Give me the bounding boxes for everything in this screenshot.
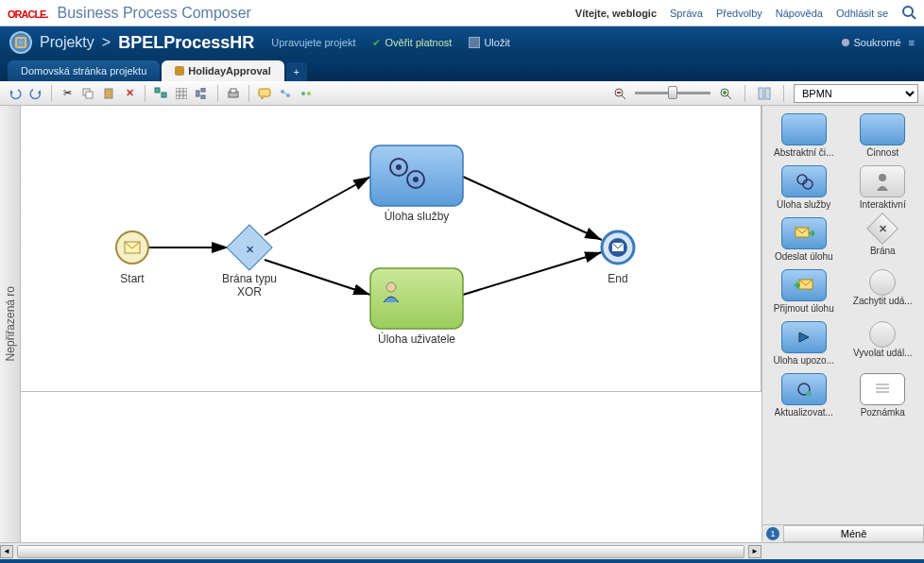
palette-interactive[interactable]: Interaktivní — [844, 162, 923, 213]
zoom-in-button[interactable] — [716, 84, 735, 103]
palette-abstract-activity[interactable]: Abstraktní či... — [764, 110, 844, 162]
link-preferences[interactable]: Předvolby — [716, 8, 762, 19]
zoom-out-button[interactable] — [610, 84, 629, 103]
comment-button[interactable] — [255, 84, 274, 103]
footer-bar — [0, 559, 924, 563]
search-icon[interactable] — [901, 5, 916, 22]
palette-mode-select[interactable]: BPMN — [794, 84, 918, 103]
project-bar: Projekty > BPELProcessHR Upravujete proj… — [0, 26, 924, 59]
properties-panel — [21, 391, 761, 542]
disk-icon — [469, 37, 480, 48]
svg-rect-3 — [86, 92, 93, 98]
svg-rect-5 — [155, 88, 160, 93]
align-button[interactable] — [151, 84, 170, 103]
svg-point-22 — [307, 92, 311, 95]
privacy-dot-icon — [842, 39, 849, 46]
svg-rect-17 — [259, 89, 270, 96]
gateway-label: Brána typu XOR — [214, 272, 284, 299]
redo-button[interactable] — [26, 84, 45, 103]
end-label: End — [602, 272, 634, 285]
palette-service-task[interactable]: Úloha služby — [764, 162, 844, 213]
delete-button[interactable]: ✕ — [120, 84, 139, 103]
check-icon: ✔ — [372, 37, 381, 49]
workspace: Nepřiřazená ro ✕ — [0, 106, 924, 542]
zoom-slider[interactable] — [635, 92, 710, 94]
palette-gateway[interactable]: ✕Brána — [844, 213, 923, 265]
palette-throw-event[interactable]: Vyvolat udál... — [844, 317, 923, 369]
palette-catch-event[interactable]: Zachytit udá... — [844, 265, 923, 317]
svg-point-45 — [413, 177, 419, 182]
process-icon — [175, 66, 184, 76]
editor-toolbar: ✂ ✕ BPMN — [0, 81, 924, 106]
palette-less-button[interactable]: Méně — [783, 525, 924, 542]
cut-button[interactable]: ✂ — [58, 84, 77, 103]
save-button[interactable]: Uložit — [469, 37, 510, 48]
svg-rect-6 — [162, 93, 166, 97]
tab-add-button[interactable]: + — [286, 62, 307, 81]
svg-line-35 — [463, 177, 602, 240]
app-title: Business Process Composer — [58, 5, 251, 22]
paste-button[interactable] — [99, 84, 118, 103]
link-button[interactable] — [276, 84, 295, 103]
svg-rect-41 — [370, 145, 463, 206]
user-task-label: Úloha uživatele — [370, 333, 463, 346]
swimlane-header[interactable]: Nepřiřazená ro — [0, 106, 21, 542]
palette-update-task[interactable]: Aktualizovat... — [764, 369, 844, 421]
svg-point-43 — [396, 164, 402, 170]
editing-label: Upravujete projekt — [271, 37, 355, 48]
palette-send-task[interactable]: Odeslat úlohu — [764, 213, 844, 265]
svg-point-47 — [386, 282, 396, 292]
svg-rect-14 — [201, 95, 205, 99]
refresh-button[interactable] — [297, 84, 316, 103]
svg-point-57 — [806, 391, 812, 397]
breadcrumb-sep: > — [102, 34, 111, 51]
svg-text:✕: ✕ — [246, 244, 254, 255]
oracle-logo: ORACLE. — [8, 3, 48, 23]
expand-toggle-icon[interactable]: ≡ — [909, 37, 915, 48]
svg-rect-46 — [370, 268, 463, 329]
scroll-left-button[interactable]: ◄ — [0, 545, 13, 558]
grid-button[interactable] — [172, 84, 191, 103]
project-icon — [9, 31, 32, 54]
svg-rect-12 — [196, 91, 199, 96]
svg-rect-13 — [201, 88, 205, 92]
tab-bar: Domovská stránka projektu HolidayApprova… — [0, 59, 924, 81]
undo-button[interactable] — [6, 84, 25, 103]
start-label: Start — [113, 272, 151, 285]
service-task-label: Úloha služby — [370, 210, 463, 223]
scroll-right-button[interactable]: ► — [748, 545, 761, 558]
print-button[interactable] — [224, 84, 243, 103]
palette-notification-task[interactable]: Úloha upozo... — [764, 317, 844, 369]
svg-line-20 — [282, 92, 288, 95]
horizontal-scrollbar[interactable] — [17, 545, 744, 558]
svg-point-21 — [301, 92, 305, 95]
svg-line-25 — [622, 95, 625, 99]
palette-annotation[interactable]: Poznámka — [844, 369, 923, 421]
svg-point-0 — [903, 7, 913, 16]
diagram-canvas[interactable]: ✕ Start Brána typu XOR Úloha služby — [21, 106, 761, 391]
palette-activity[interactable]: Činnost — [844, 110, 923, 162]
privacy-indicator[interactable]: Soukromé — [842, 37, 900, 48]
project-name: BPELProcessHR — [118, 33, 254, 53]
svg-line-33 — [265, 177, 370, 235]
svg-line-36 — [463, 252, 602, 295]
link-logout[interactable]: Odhlásit se — [836, 8, 888, 19]
palette-receive-task[interactable]: Přijmout úlohu — [764, 265, 844, 317]
svg-line-1 — [912, 15, 915, 19]
link-admin[interactable]: Správa — [670, 8, 703, 19]
svg-rect-4 — [105, 89, 112, 98]
layout-button[interactable] — [193, 84, 212, 103]
welcome-text: Vítejte, weblogic — [575, 8, 657, 19]
element-palette: Abstraktní či... Činnost Úloha služby In… — [761, 106, 924, 542]
tab-holiday-approval[interactable]: HolidayApproval — [162, 60, 283, 81]
copy-button[interactable] — [78, 84, 97, 103]
palette-page-indicator[interactable]: 1 — [766, 527, 779, 540]
breadcrumb-root[interactable]: Projekty — [40, 34, 94, 51]
validate-button[interactable]: ✔Ověřit platnost — [372, 37, 452, 49]
layout-toggle-button[interactable] — [755, 84, 774, 103]
svg-line-29 — [727, 95, 731, 99]
tab-project-home[interactable]: Domovská stránka projektu — [8, 60, 160, 81]
link-help[interactable]: Nápověda — [776, 8, 823, 19]
top-bar: ORACLE. Business Process Composer Vítejt… — [0, 0, 924, 26]
svg-rect-16 — [231, 89, 236, 93]
